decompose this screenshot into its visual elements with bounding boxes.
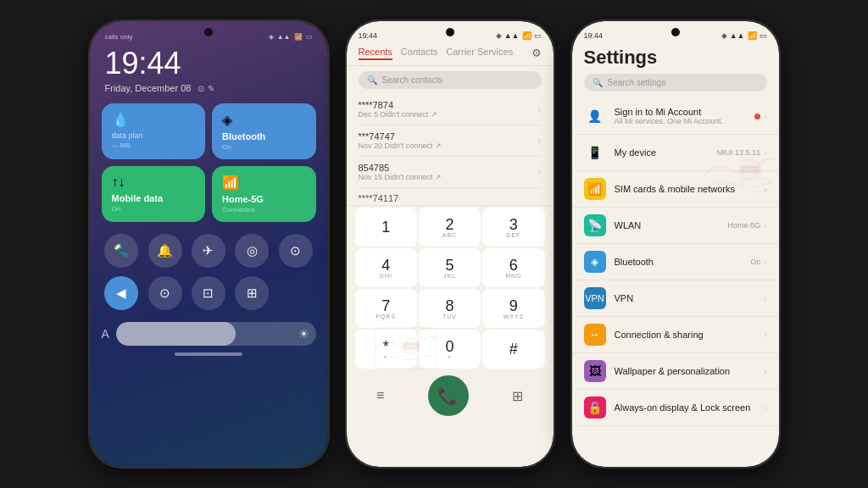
bluetooth-content: Bluetooth xyxy=(615,257,743,267)
torch-btn[interactable]: 🔦 xyxy=(104,234,138,268)
recent-info-3: 854785 Nov 15 Didn't connect ↗ xyxy=(359,163,538,181)
tile-wifi[interactable]: 📶 Home-5G Connected xyxy=(212,166,316,222)
key-2[interactable]: 2 ABC xyxy=(419,208,481,247)
status-right-1: ◈ ▲▲ 📶 ▭ xyxy=(269,33,313,41)
signal-icon: ▲▲ xyxy=(277,33,291,41)
settings-item-mi-account[interactable]: 👤 Sign in to Mi Account All Mi services.… xyxy=(572,98,779,135)
settings-battery: ▭ xyxy=(760,31,767,40)
edit-icon[interactable]: ✎ xyxy=(208,84,214,93)
settings-search-placeholder: Search settings xyxy=(608,78,666,87)
cc-icon-row-1: 🔦 🔔 ✈ ◎ ⊙ xyxy=(90,230,328,271)
wlan-right: Home-5G › xyxy=(727,221,766,230)
location-btn[interactable]: ◀ xyxy=(104,276,138,310)
key-1[interactable]: 1 xyxy=(355,208,417,247)
vpn-icon: VPN xyxy=(584,287,606,309)
dialer-time: 19:44 xyxy=(359,31,378,40)
key-9[interactable]: 9 WXYZ xyxy=(482,289,544,328)
dialer-partial-number: ****74117 xyxy=(347,188,554,206)
bluetooth-name: Bluetooth xyxy=(615,257,743,267)
key-star[interactable]: * + xyxy=(355,330,417,369)
settings-list: 👤 Sign in to Mi Account All Mi services.… xyxy=(572,98,779,426)
dialer-tabs: Recents Contacts Carrier Services ⚙ xyxy=(347,43,554,66)
dialer-settings-icon[interactable]: ⚙ xyxy=(531,47,542,60)
wallpaper-right: › xyxy=(764,367,766,376)
tab-contacts[interactable]: Contacts xyxy=(401,47,437,60)
device-chevron: › xyxy=(764,148,766,158)
wlan-icon: 📡 xyxy=(584,214,606,236)
screen-record-btn[interactable]: ⊞ xyxy=(235,276,269,310)
recent-item-1[interactable]: ****7874 Dec 5 Didn't connect ↗ › xyxy=(359,94,542,125)
brightness-bar[interactable]: ☀ xyxy=(116,322,316,346)
call-button[interactable]: 📞 xyxy=(428,375,469,416)
punch-hole xyxy=(204,28,213,36)
recent-item-3[interactable]: 854785 Nov 15 Didn't connect ↗ › xyxy=(359,157,542,188)
tile-data-label: data plan xyxy=(112,131,196,140)
tile-bluetooth[interactable]: ◈ Bluetooth On xyxy=(212,103,316,159)
mi-account-sub: All Mi services. One Mi Account. xyxy=(615,117,747,125)
wallpaper-content: Wallpaper & personalization xyxy=(615,366,756,376)
aod-content: Always-on display & Lock screen xyxy=(615,402,756,413)
lock-rotate-btn[interactable]: ⊙ xyxy=(148,276,182,310)
key-3[interactable]: 3 DEF xyxy=(482,208,544,247)
key-5[interactable]: 5 JKL xyxy=(419,248,481,287)
vpn-content: VPN xyxy=(615,293,756,303)
key-8[interactable]: 8 TUV xyxy=(419,289,481,328)
dialer-signal: ▲▲ xyxy=(504,31,520,40)
recent-detail-1: Dec 5 Didn't connect ↗ xyxy=(359,110,538,119)
bluetooth-value: On xyxy=(750,258,760,266)
key-4[interactable]: 4 GHI xyxy=(355,248,417,287)
settings-item-device[interactable]: 📱 My device MIUI 12.5.11 › xyxy=(572,135,779,171)
settings-icon[interactable]: ⊙ xyxy=(198,84,204,93)
key-7[interactable]: 7 PQRS xyxy=(355,289,417,328)
dialpad-icon[interactable]: ≡ xyxy=(376,388,384,403)
sim-name: SIM cards & mobile networks xyxy=(615,184,756,194)
settings-search-icon: 🔍 xyxy=(593,78,603,87)
key-hash[interactable]: # xyxy=(482,330,544,369)
tile-mobile-data[interactable]: ↑↓ Mobile data On xyxy=(102,166,206,222)
recent-item-2[interactable]: ***74747 Nov 20 Didn't connect ↗ › xyxy=(359,125,542,157)
settings-item-wallpaper[interactable]: 🖼 Wallpaper & personalization › xyxy=(572,353,779,390)
extra-btn[interactable]: ⊙ xyxy=(279,234,313,268)
bluetooth-chevron: › xyxy=(764,258,766,267)
wlan-content: WLAN xyxy=(615,220,720,230)
recent-number-2: ***74747 xyxy=(359,131,538,141)
tab-carrier[interactable]: Carrier Services xyxy=(446,47,513,60)
cc-tiles-grid: 💧 data plan — MB ◈ Bluetooth On ↑↓ Mobil… xyxy=(90,95,328,230)
tile-data-plan[interactable]: 💧 data plan — MB xyxy=(102,103,206,159)
settings-item-bluetooth[interactable]: ◈ Bluetooth On › xyxy=(572,244,779,280)
phone-settings: 19:44 ◈ ▲▲ 📶 ▭ Settings 🔍 Search setting… xyxy=(570,19,781,469)
connection-icon: ↔ xyxy=(584,324,606,346)
cc-date-row: Friday, December 08 ⊙ ✎ xyxy=(90,81,328,95)
settings-item-vpn[interactable]: VPN VPN › xyxy=(572,280,779,317)
settings-item-connection[interactable]: ↔ Connection & sharing › xyxy=(572,317,779,353)
wallpaper-icon: 🖼 xyxy=(584,360,606,382)
settings-search-bar[interactable]: 🔍 Search settings xyxy=(584,74,767,92)
dialer-search-bar[interactable]: 🔍 Search contacts xyxy=(359,71,542,89)
phone-dialer: 19:44 ◈ ▲▲ 📶 ▭ Recents Contacts Carrier … xyxy=(345,19,555,469)
focus-btn[interactable]: ◎ xyxy=(235,234,269,268)
device-name: My device xyxy=(615,147,709,158)
cc-icon-row-2: ◀ ⊙ ⊡ ⊞ xyxy=(90,271,328,315)
tab-recents[interactable]: Recents xyxy=(359,47,392,60)
device-right: MIUI 12.5.11 › xyxy=(717,148,767,158)
settings-item-sim[interactable]: 📶 SIM cards & mobile networks › xyxy=(572,171,779,208)
airplane-btn[interactable]: ✈ xyxy=(192,234,225,268)
tile-data-sub: — MB xyxy=(112,141,196,149)
key-6[interactable]: 6 MNO xyxy=(482,248,544,287)
dialer-bottom-bar: ≡ 📞 ⊞ xyxy=(347,370,554,424)
settings-item-aod[interactable]: 🔒 Always-on display & Lock screen › xyxy=(572,390,779,426)
cc-date-icons: ⊙ ✎ xyxy=(198,84,214,93)
connection-content: Connection & sharing xyxy=(615,330,756,340)
bell-btn[interactable]: 🔔 xyxy=(148,234,182,268)
connection-chevron: › xyxy=(764,330,766,340)
key-0[interactable]: 0 + xyxy=(419,330,481,369)
settings-item-wlan[interactable]: 📡 WLAN Home-5G › xyxy=(572,208,779,244)
vpn-name: VPN xyxy=(615,293,756,303)
camera-btn[interactable]: ⊡ xyxy=(192,276,225,310)
connection-right: › xyxy=(764,330,766,340)
dial-grid-icon[interactable]: ⊞ xyxy=(512,388,523,404)
settings-time: 19:44 xyxy=(584,31,604,40)
wlan-chevron: › xyxy=(764,221,766,230)
mi-account-icon: 👤 xyxy=(584,105,606,127)
tile-mobile-name: Mobile data xyxy=(112,193,196,203)
